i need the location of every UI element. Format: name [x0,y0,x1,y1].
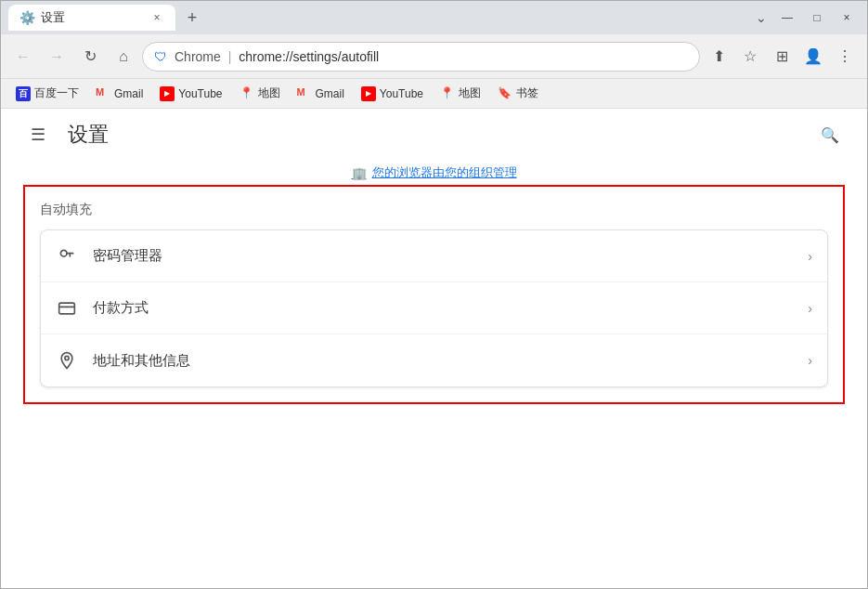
browser-window: ⚙️ 设置 × + ⌄ — □ × ← → ↻ ⌂ 🛡 Chrome | chr… [0,0,868,589]
autofill-highlight-box: 自动填充 密码管理器 › [23,185,845,404]
bookmark-youtube-2[interactable]: ▶ YouTube [354,85,431,103]
menu-button[interactable]: ☰ [23,120,53,150]
address-separator: | [228,49,232,64]
maps-label-1: 地图 [258,85,280,101]
omnibar: ← → ↻ ⌂ 🛡 Chrome | chrome://settings/aut… [1,34,867,79]
autofill-label: 自动填充 [40,202,828,218]
maps-icon-2: 📍 [440,86,455,101]
autofill-card: 密码管理器 › 付款方式 › [40,229,828,387]
managed-org-icon: 🏢 [352,166,367,180]
managed-banner: 🏢 您的浏览器由您的组织管理 [1,161,867,185]
hamburger-icon: ☰ [31,124,45,145]
bookmark-maps-1[interactable]: 📍 地图 [232,84,288,103]
address-row[interactable]: 地址和其他信息 › [41,334,827,386]
managed-link[interactable]: 🏢 您的浏览器由您的组织管理 [352,164,517,181]
key-icon [56,245,78,268]
managed-text: 您的浏览器由您的组织管理 [372,164,517,181]
settings-header: ☰ 设置 🔍 [1,109,867,161]
titlebar: ⚙️ 设置 × + ⌄ — □ × [1,1,867,34]
gmail-label-2: Gmail [316,87,344,100]
bookmark-gmail-1[interactable]: M Gmail [88,85,150,103]
tab-search-button[interactable]: ⊞ [767,42,797,72]
card-icon [56,297,78,320]
reload-button[interactable]: ↻ [75,42,105,72]
address-bar[interactable]: 🛡 Chrome | chrome://settings/autofill [142,42,700,72]
settings-page-title: 设置 [68,121,109,149]
baidu-icon: 百 [16,86,31,101]
maps-icon-1: 📍 [240,86,254,101]
bookmark-bookmarks[interactable]: 🔖 书签 [490,84,546,103]
bookmarks-icon: 🔖 [498,86,512,101]
bookmark-baidu[interactable]: 百 百度一下 [8,84,86,103]
tab-title-label: 设置 [41,9,144,26]
svg-point-0 [60,250,67,256]
bookmark-gmail-2[interactable]: M Gmail [290,85,352,103]
baidu-label: 百度一下 [34,85,79,101]
payment-arrow-icon: › [808,301,812,316]
maps-label-2: 地图 [459,85,481,101]
back-button[interactable]: ← [8,42,38,72]
omnibar-actions: ⬆ ☆ ⊞ 👤 ⋮ [704,42,860,72]
gmail-icon-2: M [297,86,312,101]
page-content: ☰ 设置 🔍 🏢 您的浏览器由您的组织管理 自动填充 [1,109,867,588]
svg-point-3 [65,356,69,360]
forward-button[interactable]: → [42,42,71,72]
tab-favicon: ⚙️ [19,10,35,25]
bookmarks-label: 书签 [516,85,538,101]
youtube-icon-2: ▶ [361,86,376,101]
new-tab-button[interactable]: + [179,5,205,31]
payment-methods-label: 付款方式 [93,299,793,317]
bookmark-button[interactable]: ☆ [735,42,765,72]
gmail-icon-1: M [96,86,110,101]
address-label: 地址和其他信息 [93,352,793,370]
password-arrow-icon: › [808,249,812,264]
window-controls: ⌄ — □ × [756,5,860,31]
password-manager-label: 密码管理器 [93,247,793,265]
tab-close-button[interactable]: × [149,10,164,25]
active-tab[interactable]: ⚙️ 设置 × [8,5,175,31]
youtube-label-2: YouTube [380,87,423,100]
security-icon: 🛡 [154,49,167,64]
bookmarks-bar: 百 百度一下 M Gmail ▶ YouTube 📍 地图 M Gmail ▶ … [1,79,867,109]
address-chrome-label: Chrome [175,49,221,64]
address-text: Chrome | chrome://settings/autofill [175,49,688,64]
address-arrow-icon: › [808,353,812,368]
maximize-button[interactable]: □ [804,5,830,31]
svg-rect-1 [59,303,75,314]
close-button[interactable]: × [834,5,860,31]
youtube-icon-1: ▶ [160,86,175,101]
home-button[interactable]: ⌂ [109,42,138,72]
bookmark-youtube-1[interactable]: ▶ YouTube [152,85,229,103]
bookmark-maps-2[interactable]: 📍 地图 [433,84,488,103]
payment-methods-row[interactable]: 付款方式 › [41,282,827,334]
minimize-button[interactable]: — [774,5,800,31]
profile-button[interactable]: 👤 [798,42,828,72]
more-button[interactable]: ⋮ [830,42,860,72]
location-pin-icon [56,349,78,372]
share-button[interactable]: ⬆ [704,42,733,72]
settings-search-button[interactable]: 🔍 [815,120,845,150]
youtube-label-1: YouTube [178,87,222,100]
gmail-label-1: Gmail [114,87,143,100]
address-url: chrome://settings/autofill [239,49,379,64]
search-icon: 🔍 [821,126,839,144]
chevron-icon: ⌄ [756,10,767,25]
password-manager-row[interactable]: 密码管理器 › [41,230,827,282]
